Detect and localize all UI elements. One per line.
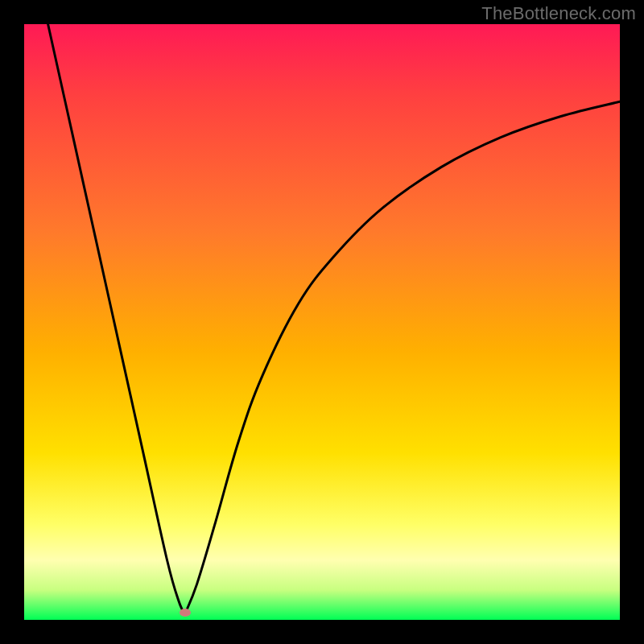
watermark-text: TheBottleneck.com [481, 3, 636, 24]
chart-frame: TheBottleneck.com [0, 0, 644, 644]
bottleneck-curve [24, 24, 620, 620]
optimum-marker [180, 609, 191, 617]
curve-left-branch [48, 24, 185, 614]
curve-right-branch [185, 101, 620, 613]
